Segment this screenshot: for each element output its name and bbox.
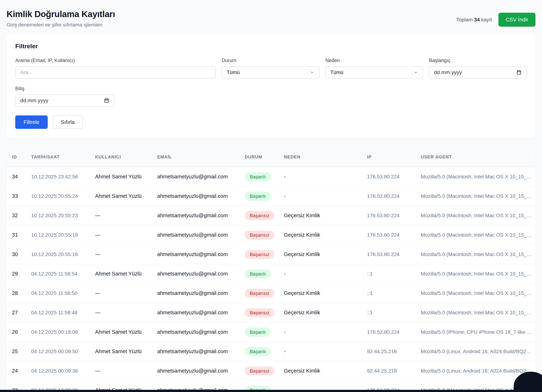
cell-status: Başarılı bbox=[239, 342, 278, 361]
cell-ua: Mozilla/5.0 (Macintosh; Intel Mac OS X 1… bbox=[415, 303, 536, 322]
calendar-icon[interactable] bbox=[516, 70, 522, 75]
end-date-input[interactable]: dd.mm.yyyy bbox=[15, 94, 114, 107]
cell-id: 24 bbox=[6, 361, 26, 381]
cell-email: ahmetsametyuzlu@gmail.com bbox=[152, 361, 239, 381]
column-header-user-agent: USER AGENT bbox=[415, 147, 536, 167]
reason-label: Neden bbox=[325, 58, 423, 63]
records-table: IDTARİH/SAATKULLANICIEMAİLDURUMNEDENIPUS… bbox=[6, 147, 536, 392]
cell-user: — bbox=[90, 361, 152, 381]
column-header-kullanici: KULLANICI bbox=[90, 147, 152, 167]
cell-datetime: 10.12.2025 20:55:24 bbox=[26, 186, 90, 206]
cell-email: ahmetsametyuzlu@gmail.com bbox=[152, 264, 239, 284]
cell-status: Başarılı bbox=[239, 186, 278, 206]
cell-datetime: 04.12.2025 00:09:50 bbox=[26, 342, 90, 361]
filters-card: Filtreler Arama (Email, IP, Kullanıcı) D… bbox=[6, 34, 536, 138]
end-date-label: Bitiş bbox=[15, 86, 114, 91]
cell-datetime: 10.12.2025 20:55:23 bbox=[26, 206, 90, 225]
cell-ua: Mozilla/5.0 (Macintosh; Intel Mac OS X 1… bbox=[415, 284, 536, 303]
page-subtitle: Giriş denemeleri ve şifre sıfırlama işle… bbox=[6, 22, 115, 28]
column-header-neden: NEDEN bbox=[278, 147, 362, 167]
cell-user: — bbox=[90, 225, 152, 245]
cell-user: Ahmet Samet Yüzlü bbox=[90, 186, 152, 206]
cell-reason: Geçersiz Kimlik bbox=[278, 206, 362, 225]
cell-ip: 92.44.25.218 bbox=[362, 342, 415, 361]
cell-ua: Mozilla/5.0 (Macintosh; Intel Mac OS X 1… bbox=[415, 167, 536, 186]
status-badge-fail: Başarısız bbox=[245, 308, 274, 317]
end-date-field-group: Bitiş dd.mm.yyyy bbox=[15, 86, 114, 107]
end-date-placeholder: dd.mm.yyyy bbox=[20, 98, 48, 103]
cell-id: 34 bbox=[6, 167, 26, 186]
start-date-field-group: Başlangıç dd.mm.yyyy bbox=[429, 58, 527, 79]
cell-ip: 176.53.80.224 bbox=[362, 225, 415, 245]
cell-id: 32 bbox=[6, 206, 26, 225]
column-header-durum: DURUM bbox=[239, 147, 278, 167]
page: Kimlik Doğrulama Kayıtları Giriş denemel… bbox=[0, 0, 542, 392]
table-row: 3210.12.2025 20:55:23—ahmetsametyuzlu@gm… bbox=[6, 206, 536, 225]
cell-id: 28 bbox=[6, 284, 26, 303]
csv-download-button[interactable]: CSV İndir bbox=[499, 13, 536, 27]
cell-id: 29 bbox=[6, 264, 26, 284]
cell-reason: - bbox=[278, 186, 362, 206]
cell-status: Başarısız bbox=[239, 225, 278, 245]
search-field-group: Arama (Email, IP, Kullanıcı) bbox=[15, 58, 216, 79]
status-select[interactable]: Tümü bbox=[222, 66, 320, 79]
cell-ua: Mozilla/5.0 (Macintosh; Intel Mac OS X 1… bbox=[415, 225, 536, 245]
cell-ip: 176.53.80.224 bbox=[362, 245, 415, 264]
column-header-id: ID bbox=[6, 147, 26, 167]
cell-email: ahmetsametyuzlu@gmail.com bbox=[152, 284, 239, 303]
filters-title: Filtreler bbox=[15, 43, 527, 50]
cell-ip: 92.44.25.218 bbox=[362, 361, 415, 381]
status-badge-success: Başarılı bbox=[245, 172, 271, 181]
cell-reason: - bbox=[278, 342, 362, 361]
cell-ua: Mozilla/5.0 (Macintosh; Intel Mac OS X 1… bbox=[415, 186, 536, 206]
cell-email: ahmetsametyuzlu@gmail.com bbox=[152, 322, 239, 342]
calendar-icon[interactable] bbox=[104, 98, 109, 103]
status-field-group: Durum Tümü bbox=[222, 58, 320, 79]
status-select-value: Tümü bbox=[227, 70, 240, 75]
cell-ua: Mozilla/5.0 (Macintosh; Intel Mac OS X 1… bbox=[415, 245, 536, 264]
status-badge-fail: Başarısız bbox=[245, 211, 274, 220]
cell-ip: ::1 bbox=[362, 284, 415, 303]
status-badge-success: Başarılı bbox=[245, 328, 271, 337]
cell-ua: Mozilla/5.0 (Macintosh; Intel Mac OS X 1… bbox=[415, 264, 536, 284]
cell-user: Ahmet Samet Yüzlü bbox=[90, 342, 152, 361]
table-row: 2404.12.2025 00:09:36—ahmetsametyuzlu@gm… bbox=[6, 361, 536, 381]
cell-user: Ahmet Samet Yüzlü bbox=[90, 167, 152, 186]
column-header-tari-h-saat: TARİH/SAAT bbox=[26, 147, 90, 167]
start-date-input[interactable]: dd.mm.yyyy bbox=[429, 66, 527, 79]
cell-reason: Geçersiz Kimlik bbox=[278, 245, 362, 264]
cell-reason: - bbox=[278, 264, 362, 284]
cell-email: ahmetsametyuzlu@gmail.com bbox=[152, 342, 239, 361]
cell-reason: Geçersiz Kimlik bbox=[278, 284, 362, 303]
reason-select[interactable]: Tümü bbox=[325, 66, 423, 79]
reason-select-value: Tümü bbox=[330, 70, 343, 75]
table-row: 2604.12.2025 00:18:06Ahmet Samet Yüzlüah… bbox=[6, 322, 536, 342]
cell-ip: ::1 bbox=[362, 303, 415, 322]
status-badge-fail: Başarısız bbox=[245, 289, 274, 298]
table-row: 3410.12.2025 23:42:56Ahmet Samet Yüzlüah… bbox=[6, 167, 536, 186]
cell-datetime: 04.12.2025 11:58:54 bbox=[26, 264, 90, 284]
records-table-card: IDTARİH/SAATKULLANICIEMAİLDURUMNEDENIPUS… bbox=[6, 147, 536, 392]
filter-reset-button[interactable]: Sıfırla bbox=[53, 115, 83, 129]
cell-ip: 176.53.80.224 bbox=[362, 167, 415, 186]
table-row: 2804.12.2025 11:58:50—ahmetsametyuzlu@gm… bbox=[6, 284, 536, 303]
cell-status: Başarılı bbox=[239, 167, 278, 186]
cell-ip: 176.53.80.224 bbox=[362, 206, 415, 225]
cell-status: Başarısız bbox=[239, 206, 278, 225]
cell-email: ahmetsametyuzlu@gmail.com bbox=[152, 225, 239, 245]
cell-ip: ::1 bbox=[362, 264, 415, 284]
cell-ua: Mozilla/5.0 (Linux; Android 16; A024 Bui… bbox=[415, 342, 536, 361]
table-row: 3310.12.2025 20:55:24Ahmet Samet Yüzlüah… bbox=[6, 186, 536, 206]
cell-datetime: 04.12.2025 00:09:36 bbox=[26, 361, 90, 381]
search-input[interactable] bbox=[15, 66, 216, 79]
cell-id: 27 bbox=[6, 303, 26, 322]
cell-id: 25 bbox=[6, 342, 26, 361]
cell-user: — bbox=[90, 284, 152, 303]
cell-email: ahmetsametyuzlu@gmail.com bbox=[152, 245, 239, 264]
cell-datetime: 04.12.2025 11:58:48 bbox=[26, 303, 90, 322]
page-header: Kimlik Doğrulama Kayıtları Giriş denemel… bbox=[6, 6, 536, 28]
cell-status: Başarısız bbox=[239, 284, 278, 303]
filter-apply-button[interactable]: Filtrele bbox=[15, 115, 48, 129]
filter-actions: Filtrele Sıfırla bbox=[15, 115, 527, 129]
status-badge-fail: Başarısız bbox=[245, 231, 274, 240]
